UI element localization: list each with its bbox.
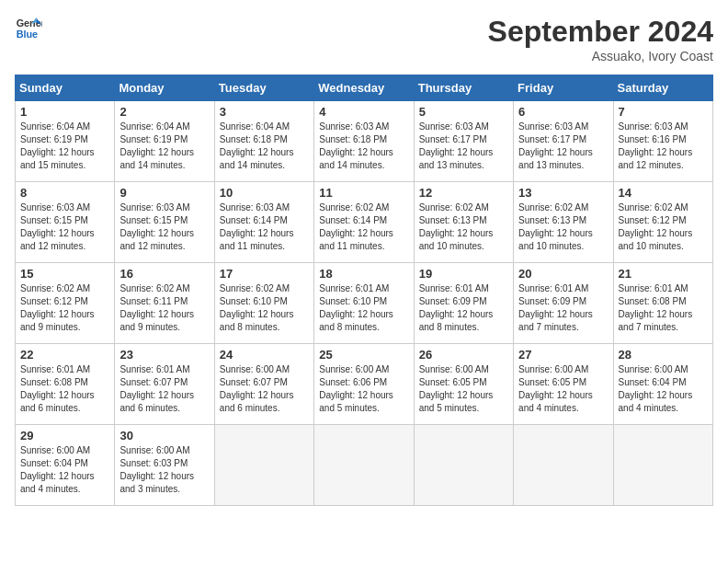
table-row: 5Sunrise: 6:03 AMSunset: 6:17 PMDaylight… xyxy=(414,101,513,182)
table-row: 20Sunrise: 6:01 AMSunset: 6:09 PMDayligh… xyxy=(514,263,613,344)
calendar-table: Sunday Monday Tuesday Wednesday Thursday… xyxy=(15,75,713,506)
header-row: Sunday Monday Tuesday Wednesday Thursday… xyxy=(16,75,713,101)
col-thursday: Thursday xyxy=(414,75,513,101)
table-row xyxy=(414,425,513,506)
table-row: 17Sunrise: 6:02 AMSunset: 6:10 PMDayligh… xyxy=(214,263,313,344)
title-block: September 2024 Assuako, Ivory Coast xyxy=(488,15,713,63)
table-row: 16Sunrise: 6:02 AMSunset: 6:11 PMDayligh… xyxy=(115,263,214,344)
table-row: 21Sunrise: 6:01 AMSunset: 6:08 PMDayligh… xyxy=(613,263,712,344)
table-row: 18Sunrise: 6:01 AMSunset: 6:10 PMDayligh… xyxy=(314,263,414,344)
table-row xyxy=(214,425,313,506)
table-row: 15Sunrise: 6:02 AMSunset: 6:12 PMDayligh… xyxy=(16,263,115,344)
logo: General Blue xyxy=(15,15,42,42)
logo-icon: General Blue xyxy=(15,15,42,42)
table-row: 25Sunrise: 6:00 AMSunset: 6:06 PMDayligh… xyxy=(314,344,414,425)
table-row xyxy=(314,425,414,506)
table-row: 4Sunrise: 6:03 AMSunset: 6:18 PMDaylight… xyxy=(314,101,414,182)
location: Assuako, Ivory Coast xyxy=(488,49,713,63)
table-row: 2Sunrise: 6:04 AMSunset: 6:19 PMDaylight… xyxy=(115,101,214,182)
table-row: 6Sunrise: 6:03 AMSunset: 6:17 PMDaylight… xyxy=(514,101,613,182)
table-row: 3Sunrise: 6:04 AMSunset: 6:18 PMDaylight… xyxy=(214,101,313,182)
table-row: 30Sunrise: 6:00 AMSunset: 6:03 PMDayligh… xyxy=(115,425,214,506)
table-row: 28Sunrise: 6:00 AMSunset: 6:04 PMDayligh… xyxy=(613,344,712,425)
col-saturday: Saturday xyxy=(613,75,712,101)
table-row xyxy=(514,425,613,506)
col-tuesday: Tuesday xyxy=(214,75,313,101)
table-row: 26Sunrise: 6:00 AMSunset: 6:05 PMDayligh… xyxy=(414,344,513,425)
table-row: 22Sunrise: 6:01 AMSunset: 6:08 PMDayligh… xyxy=(16,344,115,425)
page-header: General Blue September 2024 Assuako, Ivo… xyxy=(15,15,713,63)
col-monday: Monday xyxy=(115,75,214,101)
table-row: 1Sunrise: 6:04 AMSunset: 6:19 PMDaylight… xyxy=(16,101,115,182)
table-row: 13Sunrise: 6:02 AMSunset: 6:13 PMDayligh… xyxy=(514,182,613,263)
col-sunday: Sunday xyxy=(16,75,115,101)
table-row: 9Sunrise: 6:03 AMSunset: 6:15 PMDaylight… xyxy=(115,182,214,263)
month-title: September 2024 xyxy=(488,15,713,49)
table-row: 23Sunrise: 6:01 AMSunset: 6:07 PMDayligh… xyxy=(115,344,214,425)
table-row xyxy=(613,425,712,506)
table-row: 24Sunrise: 6:00 AMSunset: 6:07 PMDayligh… xyxy=(214,344,313,425)
svg-text:Blue: Blue xyxy=(17,29,38,40)
table-row: 7Sunrise: 6:03 AMSunset: 6:16 PMDaylight… xyxy=(613,101,712,182)
table-row: 29Sunrise: 6:00 AMSunset: 6:04 PMDayligh… xyxy=(16,425,115,506)
table-row: 14Sunrise: 6:02 AMSunset: 6:12 PMDayligh… xyxy=(613,182,712,263)
table-row: 10Sunrise: 6:03 AMSunset: 6:14 PMDayligh… xyxy=(214,182,313,263)
table-row: 11Sunrise: 6:02 AMSunset: 6:14 PMDayligh… xyxy=(314,182,414,263)
table-row: 27Sunrise: 6:00 AMSunset: 6:05 PMDayligh… xyxy=(514,344,613,425)
table-row: 12Sunrise: 6:02 AMSunset: 6:13 PMDayligh… xyxy=(414,182,513,263)
table-row: 19Sunrise: 6:01 AMSunset: 6:09 PMDayligh… xyxy=(414,263,513,344)
col-friday: Friday xyxy=(514,75,613,101)
col-wednesday: Wednesday xyxy=(314,75,414,101)
table-row: 8Sunrise: 6:03 AMSunset: 6:15 PMDaylight… xyxy=(16,182,115,263)
